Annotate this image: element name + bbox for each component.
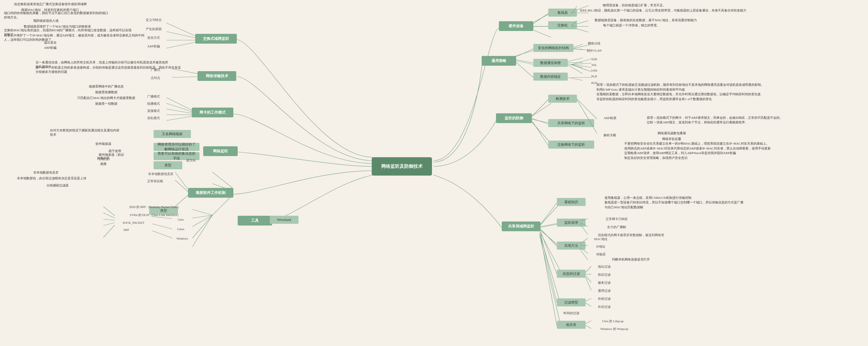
desc-jijian1: 物理层设备，目的就是端口扩展，常充不足。	[577, 3, 692, 7]
node-diandui: 点对点	[143, 74, 168, 81]
desc-wangka1: 能接受网络中的广播信息	[46, 85, 166, 89]
desc-wangka4: 能接受一切数据	[46, 102, 166, 106]
desc-jiaohuan3: 端口间的转传输彼此屏蔽，因此节点不超心自己发送的数据被发到别的端口的地方去。	[3, 13, 112, 17]
mindmap-container: 网络监听及防御技术 交换式域网监听 定义与特点 产生的原因 攻击方式 ARP欺骗…	[0, 0, 868, 346]
node-linux-label: Linux	[172, 227, 189, 231]
node-zhijiemode: 直接模式	[141, 107, 166, 114]
node-anquan-tuopu: 安全的网络拓扑结构	[533, 44, 574, 52]
svg-line-32	[192, 215, 212, 227]
desc-jichuzhishi: 使用集线器，公用一条总线，采用CSMA/CD机制进行传输控制集线器是一型设备只转…	[588, 192, 760, 213]
svg-line-79	[586, 303, 591, 306]
node-chansheng: 产生的原因	[141, 26, 166, 32]
connections-svg	[0, 0, 868, 346]
svg-line-78	[586, 298, 591, 301]
node-jiexi-guanduan: 解析关断	[597, 132, 623, 138]
node-bsd-filter: BSD 的 BPF（Berkeley Packet Filter）	[115, 204, 195, 210]
svg-line-9	[514, 60, 534, 65]
svg-line-74	[586, 266, 591, 273]
node-benldi: 非本地数据包丢弃	[141, 171, 181, 177]
svg-line-91	[103, 207, 115, 216]
svg-line-53	[568, 64, 583, 68]
node-winpcap: Windows 的 Winpcap	[591, 326, 637, 332]
desc-guangbo2: 由一对一、对机器之间的多条连接构成，分组的传输是通过这些连接直接发到目标机器，因…	[34, 68, 184, 72]
svg-line-89	[175, 180, 188, 192]
svg-line-50	[574, 49, 583, 49]
node-jiaohuan-jiantin: 交换网络下的监听	[548, 140, 594, 149]
node-tongyongguolv: 通用过滤	[591, 287, 617, 294]
node-arp-jiantan: ARP检测	[597, 115, 623, 121]
svg-line-42	[166, 23, 195, 36]
svg-line-64	[540, 231, 557, 274]
node-zhengchang: 正常协议栈	[141, 178, 169, 184]
node-zanlanmode: 杂乱模式	[141, 115, 166, 121]
desc-xiutan3: 分组捕获过滤器	[34, 184, 81, 188]
svg-line-37	[166, 109, 192, 113]
node-arpgongji: ARP欺骗	[141, 43, 166, 49]
svg-line-93	[103, 219, 115, 220]
desc-wangka2: 能接受组播数据	[46, 90, 166, 94]
svg-line-62	[540, 223, 557, 227]
svg-line-97	[152, 224, 172, 229]
desc-wangluo1: 在对方未察觉的情况下捕获其通信报文及通信内容技术	[49, 130, 123, 134]
node-chuandi-filter: 传输层	[588, 251, 614, 257]
desc-shixian2: 判断本机网络连接是否打开	[588, 258, 674, 262]
svg-line-77	[586, 278, 591, 290]
node-jiaohuan: 交换式域网监听	[195, 34, 237, 43]
node-pgp: PGP	[583, 73, 606, 80]
node-yingjian: 硬件设备	[499, 21, 533, 31]
node-fengge1: 网络分段	[583, 40, 606, 46]
node-wireshark: Wireshark	[270, 216, 299, 224]
svg-line-73	[580, 249, 588, 260]
node-ip-filter: IP地址	[588, 243, 614, 250]
desc-xiutan1: 非本地数据包丢弃	[14, 171, 78, 175]
svg-line-54	[568, 65, 583, 74]
svg-line-92	[103, 213, 115, 218]
node-npf: NPF	[115, 227, 138, 233]
svg-line-60	[577, 100, 597, 133]
desc-wangka3: 只匹配自己MAC地址的网卡才能接受数据	[46, 96, 166, 100]
desc-jiaohuan-desc2: 每个端口就是一个冲突域，独立的带宽。	[577, 24, 686, 28]
svg-line-80	[586, 321, 591, 324]
desc-jiaohuan4: 预防嗅探器的入侵	[3, 19, 89, 23]
svg-line-17	[531, 103, 551, 117]
node-xinxiguolv: 信息的过滤	[557, 270, 586, 278]
node-mac-filter: MAC地址	[588, 236, 614, 242]
node-jiantinfangyu: 监听的防御	[496, 113, 532, 123]
svg-line-45	[166, 42, 195, 48]
node-libpcap: Unix 的 Libpcap	[591, 318, 634, 324]
node-shijianfilter: 时间的过滤	[557, 310, 586, 316]
node-svr4-filter: SVR4 的 DLPI（Data Link Interface）	[115, 212, 195, 218]
svg-line-27	[212, 172, 232, 188]
svg-line-65	[540, 233, 557, 303]
node-gonxiangjiantin2: 共享网络下的监听	[548, 119, 594, 127]
node-wangluojiantin: 网络监听	[203, 146, 238, 156]
desc-arp-jiantan: 原理 ○ 混杂模式下的网卡，对于ARP请求报文，同单会的，会做出响应，正常的不匹…	[629, 111, 801, 129]
desc-jiaohuan7: 计算机中维护了一个IP-MAC地址映，通过ARP报文，修改其内容，成为被攻击者和…	[3, 36, 146, 40]
svg-line-33	[192, 215, 212, 238]
svg-line-39	[166, 116, 192, 121]
svg-line-58	[532, 121, 548, 146]
node-vpn: VPN	[583, 67, 606, 74]
svg-line-55	[568, 77, 583, 80]
desc-jijian2: IEEE 802.3协议，随机选出第一个端口的设备，让它占用全部带宽，与集线器的…	[577, 9, 749, 12]
svg-line-8	[514, 50, 534, 57]
node-gonxiangfangyu: 共享局域网监听	[502, 221, 540, 231]
desc-wangluo-ruanjian: 软件嗅探器	[89, 142, 118, 146]
node-ssl: SSL	[583, 62, 606, 68]
desc-jishu: 原理 ○ 混杂模式下的机器缺乏花频滤过滤机制，随所有到目标地址不是本地的网络通讯…	[594, 83, 766, 100]
node-jishu: 检测技术	[548, 95, 577, 103]
desc-wangluo5: 易携	[89, 162, 118, 166]
desc-jiaohuan8: 溢出攻击	[3, 41, 98, 45]
node-gongju: 工具	[238, 216, 272, 225]
node-sockpacket: SOCK_PACKET	[115, 219, 152, 226]
svg-line-61	[540, 203, 557, 224]
node-jiantingyuanli: 监听原理	[557, 219, 586, 227]
svg-line-31	[192, 215, 212, 218]
svg-line-81	[586, 325, 591, 328]
svg-line-49	[574, 44, 583, 48]
svg-line-30	[192, 210, 212, 215]
node-bufenguolv2: 补后过滤	[591, 304, 617, 310]
node-jichuzhishi: 基础知识	[557, 198, 586, 206]
node-fengge2: 划分VLAN	[583, 48, 606, 54]
svg-line-63	[540, 229, 557, 246]
